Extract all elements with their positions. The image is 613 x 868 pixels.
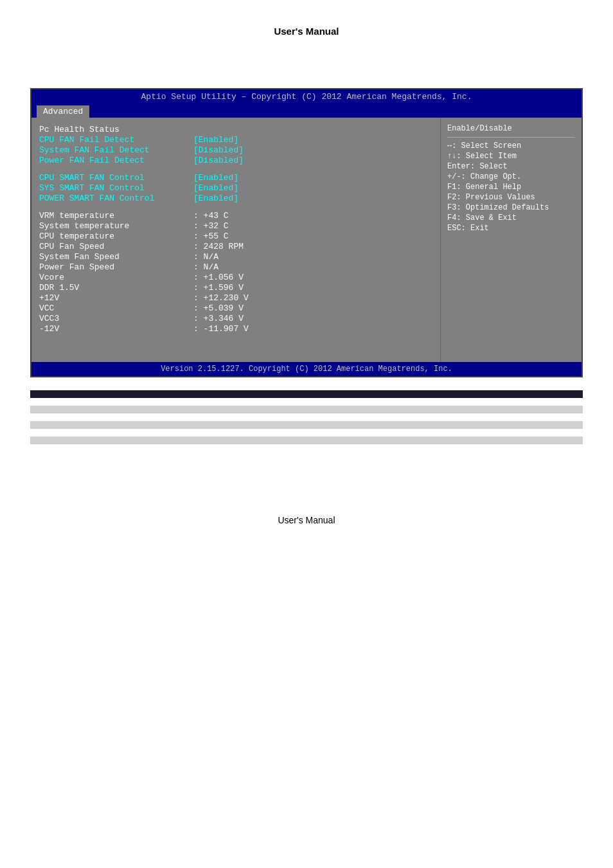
table-row (30, 429, 583, 437)
bios-row-vcc: VCC : +5.039 V (39, 303, 432, 313)
table-cell-col2 (251, 429, 583, 437)
hint-f3: F3: Optimized Defaults (447, 203, 575, 212)
sys-fan-value: [Disabled] (193, 145, 244, 155)
page-footer: User's Manual (0, 464, 613, 545)
12v-label: +12V (39, 293, 193, 303)
info-table (30, 390, 583, 444)
table-cell-col1 (30, 437, 251, 444)
hint-f2: F2: Previous Values (447, 193, 575, 202)
bios-footer-text: Version 2.15.1227. Copyright (C) 2012 Am… (161, 365, 452, 374)
bios-row-vcc3: VCC3 : +3.346 V (39, 314, 432, 323)
table-cell-col1 (30, 413, 251, 421)
cpu-temp-label: CPU temperature (39, 231, 193, 241)
bios-screen: Aptio Setup Utility – Copyright (C) 2012… (30, 88, 583, 377)
table-header-col2 (251, 390, 583, 398)
section1-label: Pc Health Status (39, 125, 193, 134)
table-cell-col1 (30, 429, 251, 437)
table-cell-col2 (251, 406, 583, 413)
table-cell-col1 (30, 406, 251, 413)
pwr-fan-speed-label: Power Fan Speed (39, 262, 193, 272)
table-cell-col1 (30, 398, 251, 406)
hint-f4: F4: Save & Exit (447, 213, 575, 222)
table-cell-col2 (251, 413, 583, 421)
bios-section-header: Pc Health Status (39, 125, 432, 134)
vcore-label: Vcore (39, 273, 193, 282)
hint-change-opt: +/-: Change Opt. (447, 172, 575, 181)
bios-hint-label: Enable/Disable (447, 124, 575, 133)
bios-title-text: Aptio Setup Utility – Copyright (C) 2012… (141, 92, 472, 102)
vrm-temp-value: : +43 C (193, 211, 229, 221)
bios-content: Pc Health Status CPU FAN Fail Detect [En… (31, 118, 582, 362)
bios-row-cpu-fan: CPU FAN Fail Detect [Enabled] (39, 135, 432, 145)
sys-smart-value: [Enabled] (193, 183, 238, 193)
bios-title-bar: Aptio Setup Utility – Copyright (C) 2012… (31, 89, 582, 104)
bios-row-vcore: Vcore : +1.056 V (39, 273, 432, 282)
cpu-fan-label: CPU FAN Fail Detect (39, 135, 193, 145)
vcore-value: : +1.056 V (193, 273, 244, 282)
hint-select-item: ↑↓: Select Item (447, 152, 575, 161)
cpu-fan-value: [Enabled] (193, 135, 238, 145)
cpu-fan-speed-label: CPU Fan Speed (39, 242, 193, 251)
bios-row-sys-smart: SYS SMART FAN Control [Enabled] (39, 183, 432, 193)
bios-row-pwr-fan: Power FAN Fail Detect [Disabled] (39, 156, 432, 165)
page-header: User's Manual (0, 0, 613, 50)
pwr-fan-label: Power FAN Fail Detect (39, 156, 193, 165)
table-header-row (30, 390, 583, 398)
bios-left-panel: Pc Health Status CPU FAN Fail Detect [En… (31, 118, 440, 362)
table-row (30, 421, 583, 429)
cpu-fan-speed-value: : 2428 RPM (193, 242, 244, 251)
pwr-smart-value: [Enabled] (193, 194, 238, 203)
ddr-label: DDR 1.5V (39, 283, 193, 293)
bios-row-sys-temp: System temperature : +32 C (39, 221, 432, 231)
sys-temp-value: : +32 C (193, 221, 229, 231)
vcc3-value: : +3.346 V (193, 314, 244, 323)
hint-enter: Enter: Select (447, 162, 575, 171)
cpu-temp-value: : +55 C (193, 231, 229, 241)
vcc-label: VCC (39, 303, 193, 313)
bios-right-divider (447, 137, 575, 138)
hint-esc: ESC: Exit (447, 224, 575, 233)
bios-row-vrm-temp: VRM temperature : +43 C (39, 211, 432, 221)
header-title: User's Manual (274, 26, 339, 37)
sys-smart-label: SYS SMART FAN Control (39, 183, 193, 193)
sys-temp-label: System temperature (39, 221, 193, 231)
sys-fan-label: System FAN Fail Detect (39, 145, 193, 155)
table-cell-col1 (30, 421, 251, 429)
bios-row-ddr: DDR 1.5V : +1.596 V (39, 283, 432, 293)
bios-footer: Version 2.15.1227. Copyright (C) 2012 Am… (31, 362, 582, 376)
vrm-temp-label: VRM temperature (39, 211, 193, 221)
bios-row-sys-fan-speed: System Fan Speed : N/A (39, 252, 432, 262)
hint-select-screen: ↔: Select Screen (447, 141, 575, 150)
bios-tab-advanced[interactable]: Advanced (37, 105, 89, 118)
hint-f1: F1: General Help (447, 183, 575, 192)
bios-wrapper: Aptio Setup Utility – Copyright (C) 2012… (30, 88, 583, 377)
bios-row-cpu-smart: CPU SMART FAN Control [Enabled] (39, 173, 432, 183)
neg12v-value: : -11.907 V (193, 324, 249, 334)
cpu-smart-value: [Enabled] (193, 173, 238, 183)
footer-title: User's Manual (278, 515, 335, 525)
sys-fan-speed-value: : N/A (193, 252, 218, 262)
ddr-value: : +1.596 V (193, 283, 244, 293)
table-row (30, 406, 583, 413)
sys-fan-speed-label: System Fan Speed (39, 252, 193, 262)
table-header-col1 (30, 390, 251, 398)
table-cell-col2 (251, 421, 583, 429)
table-cell-col2 (251, 398, 583, 406)
pwr-smart-label: POWER SMART FAN Control (39, 194, 193, 203)
bios-row-neg12v: -12V : -11.907 V (39, 324, 432, 334)
pwr-fan-speed-value: : N/A (193, 262, 218, 272)
table-row (30, 398, 583, 406)
bios-tab-row: Advanced (31, 104, 582, 118)
cpu-smart-label: CPU SMART FAN Control (39, 173, 193, 183)
bios-row-12v: +12V : +12.230 V (39, 293, 432, 303)
table-row (30, 413, 583, 421)
bios-row-pwr-fan-speed: Power Fan Speed : N/A (39, 262, 432, 272)
bios-row-pwr-smart: POWER SMART FAN Control [Enabled] (39, 194, 432, 203)
bios-right-panel: Enable/Disable ↔: Select Screen ↑↓: Sele… (440, 118, 582, 362)
pwr-fan-value: [Disabled] (193, 156, 244, 165)
bios-row-sys-fan: System FAN Fail Detect [Disabled] (39, 145, 432, 155)
vcc3-label: VCC3 (39, 314, 193, 323)
bios-row-cpu-fan-speed: CPU Fan Speed : 2428 RPM (39, 242, 432, 251)
table-row (30, 437, 583, 444)
12v-value: : +12.230 V (193, 293, 249, 303)
